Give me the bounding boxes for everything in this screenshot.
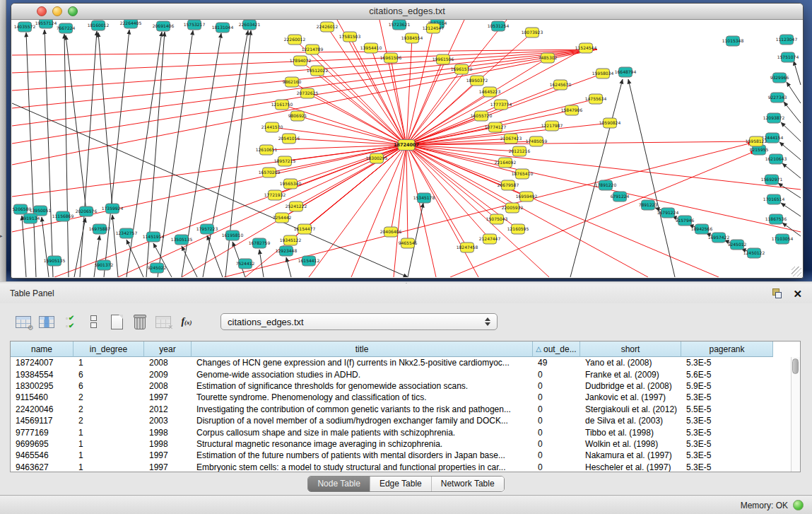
table-row[interactable]: 1456911722003Disruption of a novel membe…	[11, 415, 792, 426]
graph-node[interactable]: 15723621	[389, 20, 411, 30]
cell-year[interactable]: 1997	[144, 450, 192, 460]
graph-node[interactable]: 21247447	[479, 234, 501, 244]
column-header-short[interactable]: short	[580, 341, 681, 357]
graph-node[interactable]: 20121216	[509, 146, 531, 156]
cell-title[interactable]: Estimation of significance thresholds fo…	[192, 381, 533, 391]
cell-year[interactable]: 2009	[144, 370, 192, 380]
cell-short[interactable]: Nakamura et al. (1997)	[580, 450, 681, 460]
show-columns-icon[interactable]	[36, 310, 57, 333]
cell-name[interactable]: 18300295	[11, 381, 73, 391]
graph-node[interactable]: 19557124	[35, 20, 57, 28]
graph-node[interactable]: 16959492	[516, 192, 538, 201]
graph-node[interactable]: 25241222	[286, 201, 307, 211]
graph-node[interactable]: 20679587	[498, 180, 519, 190]
column-header-out-degree[interactable]: △out_de...	[533, 341, 580, 357]
zoom-window-button[interactable]	[68, 6, 78, 16]
column-header-pagerank[interactable]: pagerank	[681, 341, 773, 357]
cell-out_degree[interactable]: 0	[533, 404, 580, 414]
graph-node[interactable]: 14755634	[585, 94, 607, 104]
table-row[interactable]: 911546021997Tourette syndrome. Phenomeno…	[11, 392, 792, 403]
graph-node[interactable]: 16648794	[615, 67, 637, 77]
table-row[interactable]: 946554611997Estimation of the future num…	[11, 450, 792, 461]
graph-node[interactable]: 22164092	[495, 158, 517, 168]
graph-node[interactable]: 18131044	[212, 23, 234, 33]
table-row[interactable]: 1872400712008Changes of HCN gene express…	[11, 357, 792, 368]
graph-node[interactable]: 9806921	[288, 111, 307, 121]
graph-node[interactable]: 22260012	[284, 35, 306, 45]
cell-year[interactable]: 1998	[144, 439, 192, 449]
graph-node[interactable]: 10774127	[485, 122, 507, 132]
graph-node[interactable]: 5901372	[95, 260, 114, 270]
graph-node[interactable]: 16210643	[765, 154, 787, 164]
cell-year[interactable]: 2008	[144, 358, 192, 368]
window-resize-grip[interactable]	[792, 267, 801, 276]
network-canvas[interactable]: 1403557219557124766722418160012222644052…	[12, 20, 802, 277]
cell-out_degree[interactable]: 0	[533, 428, 580, 438]
cell-year[interactable]: 2003	[144, 416, 192, 426]
graph-node[interactable]: 14512022	[307, 66, 329, 76]
close-panel-icon[interactable]: ✕	[793, 288, 802, 299]
graph-node[interactable]: 11015348	[722, 36, 744, 46]
cell-year[interactable]: 1997	[144, 462, 192, 472]
cell-name[interactable]: 18724007	[11, 358, 73, 368]
cell-title[interactable]: Estimation of the future numbers of pati…	[192, 450, 533, 460]
graph-node[interactable]: 20732625	[297, 88, 319, 98]
graph-node[interactable]: 9245022	[148, 263, 167, 273]
graph-node[interactable]: 25206580	[12, 204, 31, 214]
graph-node[interactable]: 15075043	[486, 214, 508, 224]
table-row[interactable]: 2242004622012Investigating the contribut…	[11, 404, 792, 415]
graph-node[interactable]: 7667224	[57, 23, 76, 33]
graph-node[interactable]: 11156869	[52, 211, 74, 221]
cell-name[interactable]: 9777169	[11, 428, 73, 438]
graph-node[interactable]: 13505135	[171, 235, 193, 245]
graph-node[interactable]: 15751074	[777, 52, 799, 62]
graph-node[interactable]: 10073923	[522, 28, 543, 37]
graph-node[interactable]: 16245670	[550, 80, 572, 90]
table-row[interactable]: 1938455462009Genome-wide association stu…	[11, 368, 792, 380]
cell-in_degree[interactable]: 2	[73, 416, 144, 426]
scrollbar-thumb[interactable]	[792, 358, 799, 374]
graph-node[interactable]: 19345122	[280, 235, 302, 245]
minimize-window-button[interactable]	[52, 6, 62, 16]
graph-node[interactable]: 17016514	[763, 194, 785, 204]
cell-pagerank[interactable]: 5.3E-5	[681, 392, 773, 402]
graph-node[interactable]: 21441570	[261, 122, 283, 132]
graph-node[interactable]: 7891223	[639, 200, 658, 210]
control-panel-edge[interactable]: ▸	[0, 0, 6, 281]
graph-node[interactable]: 9245012	[728, 240, 747, 250]
delete-table-icon[interactable]	[153, 310, 174, 333]
graph-node[interactable]: 3919134	[21, 214, 40, 223]
graph-node[interactable]: 20541016	[278, 134, 300, 144]
graph-node[interactable]: 11867536	[765, 214, 787, 224]
graph-node[interactable]: 17894072	[290, 56, 312, 66]
graph-node[interactable]: 18160012	[88, 21, 110, 30]
tab-network-table[interactable]: Network Table	[431, 477, 504, 491]
table-row[interactable]: 1830029562008Estimation of significance …	[11, 380, 792, 392]
cell-title[interactable]: Structural magnetic resonance image aver…	[192, 439, 533, 449]
graph-node[interactable]: 16055720	[471, 111, 493, 121]
graph-node[interactable]: 7254442	[273, 213, 292, 223]
table-settings-icon[interactable]	[13, 310, 34, 333]
cell-title[interactable]: Changes of HCN gene expression and I(f) …	[192, 358, 533, 368]
cell-pagerank[interactable]: 5.3E-5	[681, 462, 773, 472]
graph-node[interactable]: 18957215	[274, 156, 296, 166]
graph-node[interactable]: 15847906	[561, 105, 583, 115]
graph-node[interactable]: 9227343	[768, 93, 787, 103]
cell-title[interactable]: Tourette syndrome. Phenomenology and cla…	[192, 392, 533, 402]
graph-node[interactable]: 12093872	[763, 113, 785, 123]
table-row[interactable]: 969969511998Structural magnetic resonanc…	[11, 438, 792, 450]
cell-out_degree[interactable]: 0	[533, 416, 580, 426]
cell-short[interactable]: Franke et al. (2009)	[580, 370, 681, 380]
graph-node[interactable]: 9465546	[399, 238, 418, 248]
graph-node[interactable]: 20406406	[380, 227, 402, 237]
cell-pagerank[interactable]: 5.3E-5	[681, 416, 773, 426]
cell-name[interactable]: 14569117	[11, 416, 73, 426]
unselect-all-icon[interactable]	[83, 310, 104, 333]
cell-pagerank[interactable]: 5.3E-5	[681, 358, 773, 368]
cell-title[interactable]: Investigating the contribution of common…	[192, 404, 533, 414]
graph-node[interactable]: 16570209	[259, 168, 281, 177]
table-scrollbar[interactable]	[791, 357, 800, 472]
graph-node[interactable]: 22603421	[239, 20, 261, 30]
graph-node[interactable]: 18247458	[457, 243, 478, 252]
select-all-icon[interactable]: ✔✔	[59, 310, 81, 333]
